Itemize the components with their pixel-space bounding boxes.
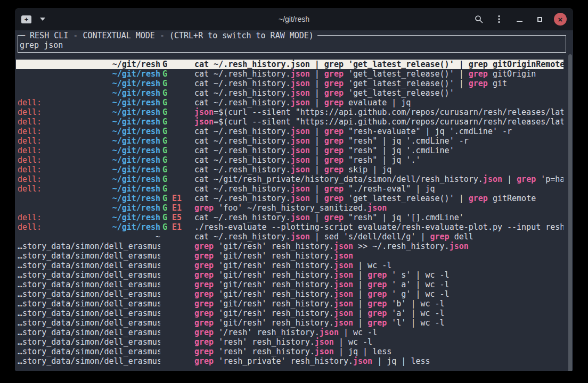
history-row[interactable]: …story_data/simon/dell_erasmusgrep 'git/… [16,289,564,299]
history-row[interactable]: …story_data/simon/dell_erasmusgrep 'resh… [16,356,564,366]
flags-label: G [160,174,194,184]
flags-label [160,309,194,318]
history-row[interactable]: …story_data/simon/dell_erasmusgrep '/res… [16,328,564,337]
flags-label: G [160,107,194,117]
directory-label: ~/git/resh [112,174,160,184]
command-text: cat ~/.resh_history.json | grep 'get_lat… [194,194,564,203]
flags-label: G [160,127,194,136]
directory-label: ~/git/resh [112,194,160,203]
history-row[interactable]: …story_data/simon/dell_erasmusgrep 'git/… [16,280,564,289]
host-label: dell: [18,213,42,222]
history-row[interactable]: …story_data/simon/dell_erasmusgrep 'git/… [16,299,564,309]
kebab-menu-icon[interactable] [489,11,509,27]
host-label: dell: [18,184,42,194]
search-icon[interactable] [469,11,489,27]
host-label: dell: [18,174,42,184]
history-row[interactable]: …story_data/simon/dell_erasmusgrep 'resh… [16,347,564,356]
command-text: cat ~/.resh_history.json | grep skip | j… [194,165,564,174]
history-row[interactable]: dell:~/git/reshGE1./resh-evaluate --plot… [16,222,564,232]
history-row[interactable]: dell:~/git/reshGcat ~/.resh_history.json… [16,165,564,174]
directory-label: ~/git/resh [112,184,160,194]
flags-label: G [160,117,194,127]
command-text: cat ~/.resh_history.json | grep 'get_lat… [194,60,564,69]
history-row[interactable]: dell:~/git/reshGcat ~/git/resh_private/h… [16,174,564,184]
command-text: grep 'git/resh' resh_history.json | grep… [194,289,564,299]
command-text: cat ~/.resh_history.json | sed 's/dell/d… [194,232,564,242]
terminal-window: + ~/git/resh [15,8,573,371]
history-row[interactable]: …story_data/simon/dell_erasmusgrep 'git/… [16,261,564,270]
flags-label: GE1 [160,194,194,203]
history-row[interactable]: dell:~/git/reshGE5cat ~/.resh_history.js… [16,213,564,222]
close-icon[interactable]: × [554,13,567,26]
directory-label: ~/git/resh [112,203,160,213]
host-label: dell: [18,222,42,232]
flags-label [160,328,194,337]
history-row[interactable]: …story_data/simon/dell_erasmusgrep 'git/… [16,309,564,318]
command-text: cat ~/.resh_history.json | grep "./resh-… [194,184,564,194]
directory-label: …story_data/simon/dell_erasmus [18,270,160,280]
history-row[interactable]: dell:~/git/reshGcat ~/.resh_history.json… [16,98,564,107]
minimize-icon[interactable] [509,11,529,27]
history-row[interactable]: ~/git/reshGcat ~/.resh_history.json | gr… [16,60,564,69]
history-row[interactable]: dell:~/git/reshGcat ~/.resh_history.json… [16,146,564,155]
directory-label: ~ [156,232,160,242]
history-row[interactable]: ~/git/reshGcat ~/.resh_history.json | gr… [16,69,564,79]
history-row[interactable]: ~/git/reshGE1cat ~/.resh_history.json | … [16,194,564,203]
flags-label [160,337,194,347]
directory-label: …story_data/simon/dell_erasmus [18,337,160,347]
command-text: grep 'resh' resh_history.json | wc -l [194,337,564,347]
history-row[interactable]: dell:~/git/reshGcat ~/.resh_history.json… [16,155,564,165]
history-row[interactable]: dell:~/git/reshGcat ~/.resh_history.json… [16,127,564,136]
directory-label: …story_data/simon/dell_erasmus [18,328,160,337]
new-tab-icon[interactable]: + [21,15,31,23]
command-text: json=$(curl --silent "https://api.github… [194,117,564,127]
command-text: ./resh-evaluate --plotting-script evalua… [194,222,564,232]
command-text: grep 'git/resh' resh_history.json | wc -… [194,261,564,270]
flags-label [160,242,194,251]
flags-label [160,347,194,356]
history-row[interactable]: ~cat ~/.resh_history.json | sed 's/dell/… [16,232,564,242]
flags-label [160,261,194,270]
command-text: grep 'resh' resh_history.json | jq | les… [194,347,564,356]
history-row[interactable]: ~/git/reshGcat ~/.resh_history.json | gr… [16,88,564,98]
flags-label [160,270,194,280]
command-text: grep 'git/resh' resh_history.json [194,251,564,261]
command-text: grep 'git/resh' resh_history.json | grep… [194,280,564,289]
history-row[interactable]: …story_data/simon/dell_erasmusgrep 'git/… [16,242,564,251]
history-row[interactable]: …story_data/simon/dell_erasmusgrep 'git/… [16,251,564,261]
command-text: cat ~/git/resh_private/history_data/simo… [194,174,564,184]
directory-label: ~/git/resh [112,222,160,232]
directory-label: …story_data/simon/dell_erasmus [18,299,160,309]
search-query-input[interactable]: grep json [20,40,552,50]
flags-label [160,280,194,289]
history-row[interactable]: …story_data/simon/dell_erasmusgrep 'resh… [16,337,564,347]
chevron-down-icon[interactable] [40,18,45,21]
history-row[interactable]: dell:~/git/reshGjson=$(curl --silent "ht… [16,107,564,117]
history-row[interactable]: ~/git/reshGE1grep 'foo' ~/resh_history_s… [16,203,564,213]
flags-label: G [160,165,194,174]
history-row[interactable]: dell:~/git/reshGcat ~/.resh_history.json… [16,184,564,194]
flags-label [160,232,194,242]
command-text: grep 'git/resh' resh_history.json | grep… [194,270,564,280]
history-row[interactable]: …story_data/simon/dell_erasmusgrep 'git/… [16,270,564,280]
flags-label [160,318,194,328]
directory-label: ~/git/resh [112,136,160,146]
directory-label: ~/git/resh [112,98,160,107]
directory-label: …story_data/simon/dell_erasmus [18,280,160,289]
directory-label: ~/git/resh [112,213,160,222]
directory-label: ~/git/resh [112,88,160,98]
flags-label: G [160,98,194,107]
history-row[interactable]: dell:~/git/reshGjson=$(curl --silent "ht… [16,117,564,127]
terminal-content: ─ RESH CLI - CONTEXTUAL MODE - (CTRL+R t… [15,30,573,371]
directory-label: …story_data/simon/dell_erasmus [18,242,160,251]
scrollbar[interactable] [568,54,572,371]
command-text: cat ~/.resh_history.json | grep 'get_lat… [194,79,564,88]
command-text: cat ~/.resh_history.json | grep "resh" |… [194,136,564,146]
flags-label: GE5 [160,213,194,222]
history-row[interactable]: …story_data/simon/dell_erasmusgrep 'git/… [16,318,564,328]
command-text: grep 'git/resh' resh_history.json | grep… [194,309,564,318]
restore-icon[interactable] [529,11,550,27]
history-row[interactable]: dell:~/git/reshGcat ~/.resh_history.json… [16,136,564,146]
resh-header-box: ─ RESH CLI - CONTEXTUAL MODE - (CTRL+R t… [18,35,566,53]
history-row[interactable]: ~/git/reshGcat ~/.resh_history.json | gr… [16,79,564,88]
